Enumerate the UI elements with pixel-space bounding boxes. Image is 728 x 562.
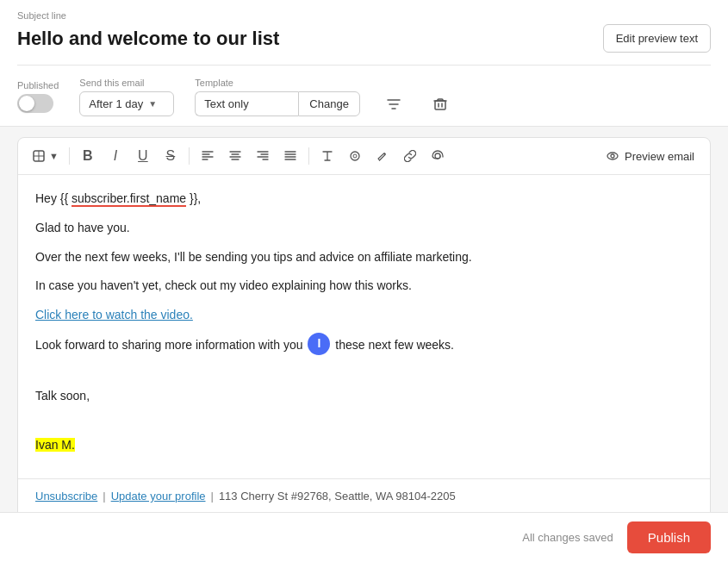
eye-icon	[606, 149, 619, 163]
color-button[interactable]	[342, 143, 368, 169]
pencil-button[interactable]	[370, 143, 395, 169]
svg-point-2	[351, 152, 359, 160]
update-profile-link[interactable]: Update your profile	[111, 490, 206, 503]
block-type-button[interactable]: ▼	[27, 143, 64, 169]
toolbar-right: Preview email	[599, 146, 701, 166]
subject-line-row: Hello and welcome to our list Edit previ…	[17, 24, 711, 66]
editor-link-line[interactable]: Click here to watch the video.	[35, 305, 693, 326]
editor-line-3[interactable]: Over the next few weeks, I'll be sending…	[35, 247, 693, 268]
align-center-icon	[229, 150, 241, 162]
filter-button[interactable]	[381, 91, 407, 117]
edit-preview-text-button[interactable]: Edit preview text	[603, 24, 711, 53]
main-container: Subject line Hello and welcome to our li…	[0, 0, 728, 562]
video-link[interactable]: Click here to watch the video.	[35, 308, 193, 322]
align-right-button[interactable]	[250, 143, 276, 169]
toolbar-divider-1	[69, 147, 70, 165]
saved-status: All changes saved	[522, 531, 613, 544]
link-icon	[404, 150, 416, 162]
cursor-indicator	[308, 333, 330, 355]
italic-icon: I	[114, 148, 117, 164]
text-format-button[interactable]	[314, 143, 340, 169]
send-email-dropdown[interactable]: After 1 day ▼	[79, 91, 174, 116]
send-email-label: Send this email	[79, 78, 174, 88]
template-group: Text only Change	[195, 91, 360, 116]
svg-point-3	[353, 154, 357, 158]
subject-line-label: Subject line	[17, 10, 711, 21]
signature-highlighted: Ivan M.	[35, 438, 75, 452]
footer-separator-2: |	[211, 490, 214, 503]
editor-line-4[interactable]: In case you haven't yet, check out my vi…	[35, 276, 693, 297]
chevron-down-icon: ▼	[148, 99, 157, 109]
send-email-control-group: Send this email After 1 day ▼	[79, 78, 174, 116]
align-left-icon	[202, 150, 214, 162]
unsubscribe-link[interactable]: Unsubscribe	[35, 490, 97, 503]
editor-signature[interactable]: Ivan M.	[35, 435, 693, 456]
pencil-icon	[376, 150, 389, 162]
chevron-down-icon: ▼	[49, 151, 59, 161]
top-section: Subject line Hello and welcome to our li…	[0, 0, 728, 127]
subscriber-variable: subscriber.first_name	[72, 191, 186, 207]
toolbar-divider-3	[308, 147, 309, 165]
align-right-icon	[257, 150, 269, 162]
editor-content[interactable]: Hey {{ subscriber.first_name }}, Glad to…	[18, 175, 710, 478]
strikethrough-button[interactable]: S	[158, 143, 184, 169]
bold-button[interactable]: B	[75, 143, 101, 169]
delete-button[interactable]	[427, 91, 453, 117]
underline-button[interactable]: U	[130, 143, 156, 169]
published-control-group: Published	[17, 80, 59, 113]
align-left-button[interactable]	[195, 143, 221, 169]
subject-line-title: Hello and welcome to our list	[17, 28, 279, 50]
change-template-button[interactable]: Change	[298, 91, 360, 116]
toolbar-divider-2	[189, 147, 190, 165]
published-label: Published	[17, 80, 59, 91]
preview-email-button[interactable]: Preview email	[599, 146, 701, 166]
editor-toolbar: ▼ B I U S	[18, 138, 710, 175]
footer-separator-1: |	[103, 490, 105, 503]
publish-button[interactable]: Publish	[627, 521, 711, 553]
italic-button[interactable]: I	[103, 143, 128, 169]
svg-point-5	[607, 153, 618, 159]
svg-rect-0	[435, 101, 445, 109]
cube-icon	[32, 149, 46, 163]
editor-line-2[interactable]: Glad to have you.	[35, 218, 693, 239]
mention-button[interactable]	[425, 143, 451, 169]
template-label: Template	[195, 78, 360, 88]
justify-button[interactable]	[277, 143, 303, 169]
line5-pre: Look forward to sharing more information…	[35, 338, 306, 352]
bottom-bar: All changes saved Publish	[0, 512, 728, 562]
editor-footer: Unsubscribe | Update your profile | 113 …	[18, 478, 710, 513]
align-center-button[interactable]	[222, 143, 248, 169]
color-icon	[349, 150, 361, 162]
editor-container: ▼ B I U S	[17, 137, 711, 552]
bold-icon: B	[83, 148, 93, 164]
link-button[interactable]	[397, 143, 423, 169]
justify-icon	[284, 150, 296, 162]
controls-row: Published Send this email After 1 day ▼ …	[17, 66, 711, 126]
footer-links: Unsubscribe | Update your profile | 113 …	[35, 490, 456, 503]
trash-icon	[433, 97, 447, 111]
template-value: Text only	[195, 91, 298, 116]
editor-line-5[interactable]: Look forward to sharing more information…	[35, 334, 693, 357]
published-toggle[interactable]	[17, 94, 53, 113]
send-email-value: After 1 day	[89, 97, 143, 110]
svg-point-6	[611, 154, 614, 158]
footer-address: 113 Cherry St #92768, Seattle, WA 98104-…	[219, 490, 456, 503]
editor-talk-soon[interactable]: Talk soon,	[35, 386, 693, 407]
strikethrough-icon: S	[166, 148, 176, 164]
editor-line-1[interactable]: Hey {{ subscriber.first_name }},	[35, 189, 693, 209]
toggle-knob	[19, 96, 34, 111]
preview-email-label: Preview email	[625, 150, 694, 163]
text-format-icon	[321, 150, 333, 162]
template-control-group: Template Text only Change	[195, 78, 360, 116]
at-icon	[432, 150, 444, 162]
filter-icon	[387, 97, 401, 111]
line5-post: these next few weeks.	[332, 338, 454, 352]
underline-icon: U	[138, 148, 148, 164]
